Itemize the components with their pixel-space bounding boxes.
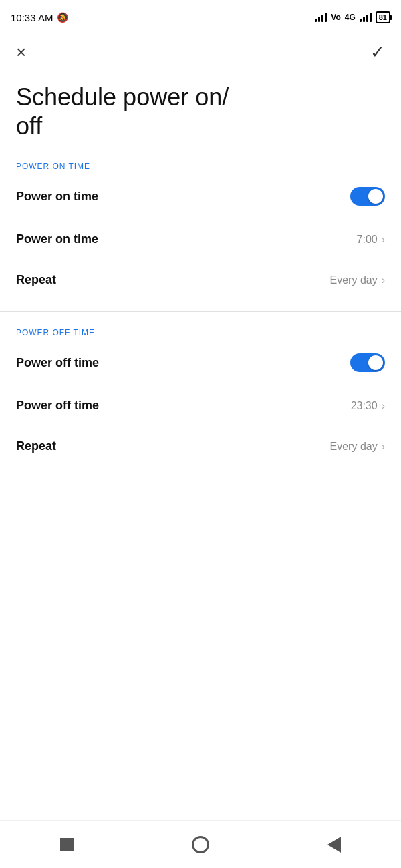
power-off-repeat-value: Every day › (330, 441, 385, 453)
power-off-repeat-row[interactable]: Repeat Every day › (0, 426, 401, 467)
power-on-repeat-display: Every day (330, 274, 378, 286)
time-display: 10:33 AM (11, 12, 53, 23)
4g-label: 4G (345, 13, 356, 22)
power-on-toggle-row[interactable]: Power on time (0, 174, 401, 219)
chevron-right-icon: › (382, 441, 385, 453)
battery-level: 81 (379, 13, 387, 21)
power-on-time-label: Power on time (16, 232, 98, 246)
power-on-time-row[interactable]: Power on time 7:00 › (0, 219, 401, 260)
signal-icon (360, 13, 372, 22)
chevron-right-icon: › (382, 234, 385, 246)
battery-icon: 81 (376, 11, 390, 23)
power-on-time-value: 7:00 › (357, 234, 385, 246)
volte-label: Vo (331, 13, 340, 22)
close-button[interactable]: × (16, 43, 26, 61)
back-icon (327, 837, 341, 853)
power-off-repeat-display: Every day (330, 441, 378, 453)
square-icon (60, 838, 74, 851)
power-on-repeat-row[interactable]: Repeat Every day › (0, 260, 401, 300)
power-off-toggle-row[interactable]: Power off time (0, 340, 401, 385)
power-off-toggle[interactable] (350, 353, 385, 372)
power-off-section-label: POWER OFF TIME (0, 322, 401, 340)
wifi-icon (315, 13, 327, 22)
confirm-button[interactable]: ✓ (370, 43, 385, 61)
section-divider (0, 311, 401, 312)
circle-icon (192, 836, 209, 853)
power-on-repeat-label: Repeat (16, 273, 56, 287)
back-button[interactable] (318, 829, 350, 861)
power-off-time-label: Power off time (16, 399, 99, 413)
power-off-toggle-label: Power off time (16, 356, 99, 370)
status-bar: 10:33 AM 🔕 Vo 4G 81 (0, 0, 401, 32)
status-time: 10:33 AM 🔕 (11, 12, 68, 23)
recent-apps-button[interactable] (51, 829, 83, 861)
power-on-repeat-value: Every day › (330, 274, 385, 286)
chevron-right-icon: › (382, 274, 385, 286)
power-on-section-label: POWER ON TIME (0, 156, 401, 174)
power-off-repeat-label: Repeat (16, 439, 56, 453)
status-icons: Vo 4G 81 (315, 11, 390, 23)
power-off-time-value: 23:30 › (351, 400, 385, 412)
action-bar: × ✓ (0, 32, 401, 72)
power-off-time-display: 23:30 (351, 400, 378, 412)
power-on-section: POWER ON TIME Power on time Power on tim… (0, 156, 401, 300)
power-on-toggle-label: Power on time (16, 190, 98, 204)
home-button[interactable] (184, 829, 217, 861)
page-title: Schedule power on/off (0, 72, 401, 156)
power-on-time-display: 7:00 (357, 234, 378, 246)
mute-icon: 🔕 (57, 12, 68, 23)
power-off-section: POWER OFF TIME Power off time Power off … (0, 322, 401, 467)
navigation-bar (0, 820, 401, 868)
power-on-toggle[interactable] (350, 187, 385, 206)
power-off-time-row[interactable]: Power off time 23:30 › (0, 385, 401, 426)
chevron-right-icon: › (382, 400, 385, 412)
